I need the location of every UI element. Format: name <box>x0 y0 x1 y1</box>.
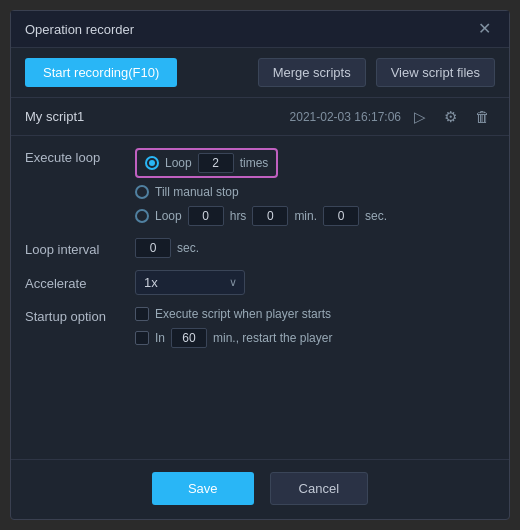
loop-sec-input[interactable] <box>323 206 359 226</box>
in-label: In <box>155 331 165 345</box>
loop-interval-input[interactable] <box>135 238 171 258</box>
restart-player-checkbox[interactable] <box>135 331 149 345</box>
settings-script-button[interactable]: ⚙ <box>439 107 462 126</box>
loop-interval-label: Loop interval <box>25 240 125 257</box>
save-button[interactable]: Save <box>152 472 254 505</box>
execute-on-start-label: Execute script when player starts <box>155 307 331 321</box>
loop-min-input[interactable] <box>252 206 288 226</box>
startup-option-row: Startup option Execute script when playe… <box>11 301 509 354</box>
restart-player-option: In min., restart the player <box>135 328 495 348</box>
loop-times-input[interactable] <box>198 153 234 173</box>
loop-min-unit: min. <box>294 209 317 223</box>
loop-hrs-input[interactable] <box>188 206 224 226</box>
loop-times-option-label: Loop <box>165 156 192 170</box>
view-script-files-button[interactable]: View script files <box>376 58 495 87</box>
accelerate-label: Accelerate <box>25 274 125 291</box>
close-button[interactable]: ✕ <box>474 19 495 39</box>
loop-interval-unit: sec. <box>177 241 199 255</box>
restart-minutes-input[interactable] <box>171 328 207 348</box>
loop-duration-label: Loop <box>155 209 182 223</box>
loop-interval-row: Loop interval sec. <box>11 232 509 264</box>
till-manual-stop-label: Till manual stop <box>155 185 239 199</box>
loop-duration-option: Loop hrs min. sec. <box>135 206 495 226</box>
accelerate-row: Accelerate 1x 2x 4x 8x <box>11 264 509 301</box>
execute-loop-label: Execute loop <box>25 148 125 165</box>
play-script-button[interactable]: ▷ <box>409 107 431 126</box>
execute-loop-options: Loop times Till manual stop Loop hrs <box>135 148 495 226</box>
till-manual-stop-option: Till manual stop <box>135 185 495 199</box>
loop-hrs-unit: hrs <box>230 209 247 223</box>
execute-loop-row: Execute loop Loop times Till manual stop <box>11 142 509 232</box>
merge-scripts-button[interactable]: Merge scripts <box>258 58 366 87</box>
loop-duration-radio[interactable] <box>135 209 149 223</box>
accelerate-select[interactable]: 1x 2x 4x 8x <box>135 270 245 295</box>
startup-option-content: Execute script when player starts In min… <box>135 307 495 348</box>
loop-interval-content: sec. <box>135 238 199 258</box>
content-area: Execute loop Loop times Till manual stop <box>11 136 509 459</box>
loop-sec-unit: sec. <box>365 209 387 223</box>
operation-recorder-dialog: Operation recorder ✕ Start recording(F10… <box>10 10 510 520</box>
restart-suffix-label: min., restart the player <box>213 331 332 345</box>
till-manual-stop-radio[interactable] <box>135 185 149 199</box>
startup-option-label: Startup option <box>25 307 125 324</box>
loop-times-radio[interactable] <box>145 156 159 170</box>
script-date: 2021-02-03 16:17:06 <box>290 110 401 124</box>
start-recording-button[interactable]: Start recording(F10) <box>25 58 177 87</box>
execute-on-start-checkbox[interactable] <box>135 307 149 321</box>
execute-on-start-option: Execute script when player starts <box>135 307 495 321</box>
dialog-title: Operation recorder <box>25 22 134 37</box>
script-name: My script1 <box>25 109 282 124</box>
cancel-button[interactable]: Cancel <box>270 472 368 505</box>
title-bar: Operation recorder ✕ <box>11 11 509 48</box>
script-row: My script1 2021-02-03 16:17:06 ▷ ⚙ 🗑 <box>11 98 509 136</box>
delete-script-button[interactable]: 🗑 <box>470 107 495 126</box>
loop-times-option: Loop times <box>135 148 495 178</box>
dialog-footer: Save Cancel <box>11 459 509 519</box>
toolbar: Start recording(F10) Merge scripts View … <box>11 48 509 98</box>
loop-times-highlight: Loop times <box>135 148 278 178</box>
loop-times-unit: times <box>240 156 269 170</box>
accelerate-select-wrap: 1x 2x 4x 8x <box>135 270 245 295</box>
